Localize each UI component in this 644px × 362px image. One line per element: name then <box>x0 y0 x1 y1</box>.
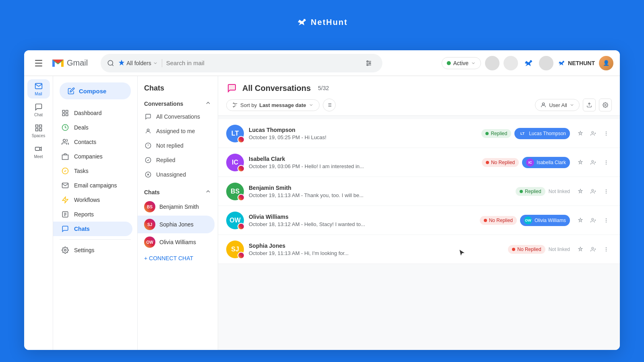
folder-filter-button[interactable]: All folders <box>118 60 157 66</box>
nav-item-chats[interactable]: Chats <box>53 222 132 236</box>
export-button[interactable] <box>583 99 596 111</box>
filter-options-button[interactable] <box>361 56 376 70</box>
svg-rect-13 <box>35 129 38 131</box>
compose-button[interactable]: Compose <box>60 82 131 99</box>
pencil-icon <box>68 87 75 95</box>
sophia-assign-button[interactable] <box>588 244 599 255</box>
isabella-instagram-badge <box>237 165 245 172</box>
contacts-icon <box>61 138 69 146</box>
conv-filter-unassigned[interactable]: Unassigned <box>138 167 215 182</box>
svg-point-9 <box>563 61 564 62</box>
connect-chat-button[interactable]: + CONNECT CHAT <box>138 251 218 265</box>
conv-row-isabella[interactable]: IC Isabella Clark October 19, 03:06 PM -… <box>218 148 620 177</box>
lucas-more-button[interactable] <box>601 128 612 139</box>
sidebar-item-spaces[interactable]: Spaces <box>27 121 50 140</box>
gmail-topbar: Gmail All folders <box>24 50 620 76</box>
conv-row-lucas[interactable]: LT Lucas Thompson October 19, 05:25 PM -… <box>218 119 620 148</box>
lucas-avatar-wrap: LT <box>226 125 244 142</box>
hamburger-button[interactable] <box>31 55 47 71</box>
sidebar-spaces-label: Spaces <box>32 134 45 138</box>
isabella-status-area: No Replied IC Isabella Clark <box>482 157 570 168</box>
toolbar-right: User All <box>535 99 612 111</box>
sort-by-label: Sort by <box>240 102 257 108</box>
benjamin-more-button[interactable] <box>601 186 612 197</box>
user-avatar-1[interactable] <box>485 56 500 70</box>
nav-item-contacts[interactable]: Contacts <box>53 135 132 149</box>
nav-item-settings[interactable]: Settings <box>53 243 132 257</box>
conv-row-olivia[interactable]: OW Olivia Williams October 18, 13:12 AM … <box>218 206 620 235</box>
isabella-pin-button[interactable] <box>575 157 586 168</box>
sidebar-item-meet[interactable]: Meet <box>27 142 50 161</box>
benjamin-status-label: Replied <box>525 189 541 194</box>
nav-item-email-campaigns[interactable]: Email campaigns <box>53 178 132 193</box>
chevron-up-icon <box>205 100 211 106</box>
more-icon <box>603 189 609 194</box>
svg-point-43 <box>592 131 594 133</box>
svg-point-28 <box>147 129 149 131</box>
settings-conv-icon <box>603 102 608 108</box>
nav-item-deals[interactable]: Deals <box>53 120 132 135</box>
benjamin-assign-button[interactable] <box>588 186 599 197</box>
isabella-assign-button[interactable] <box>588 157 599 168</box>
user-avatar-2[interactable] <box>504 56 518 70</box>
benjamin-pin-button[interactable] <box>575 186 586 197</box>
nav-item-reports[interactable]: Reports <box>53 207 132 222</box>
lucas-name: Lucas Thompson <box>249 127 477 133</box>
settings-conv-button[interactable] <box>599 99 612 111</box>
olivia-more-button[interactable] <box>601 215 612 226</box>
sidebar-item-chat[interactable]: Chat <box>27 100 50 119</box>
svg-point-60 <box>606 193 606 193</box>
sophia-pin-button[interactable] <box>575 244 586 255</box>
sort-button[interactable]: Sort by Last message date <box>226 99 320 111</box>
lucas-assign-button[interactable] <box>588 128 599 139</box>
assign-icon <box>590 189 596 194</box>
nav-item-tasks[interactable]: Tasks <box>53 164 132 178</box>
search-input[interactable] <box>166 60 358 66</box>
svg-point-42 <box>605 104 606 106</box>
conversations-collapse-button[interactable] <box>205 100 211 108</box>
conv-filter-all[interactable]: All Conversations <box>138 109 215 124</box>
svg-rect-15 <box>35 147 39 150</box>
sort-chevron-icon <box>309 103 314 107</box>
sort-order-icon <box>326 102 332 108</box>
chat-user-sophia[interactable]: SJ Sophia Jones <box>138 216 215 233</box>
sophia-conv-name: Sophia Jones <box>249 243 503 249</box>
profile-avatar[interactable]: 👤 <box>599 56 613 70</box>
conv-row-sophia[interactable]: SJ Sophia Jones October 19, 11:13 AM - H… <box>218 235 620 264</box>
chat-user-benjamin[interactable]: BS Benjamin Smith <box>138 198 218 216</box>
more-icon <box>603 247 609 252</box>
olivia-status-label: No Replied <box>489 218 513 223</box>
chats-collapse-button[interactable] <box>205 188 211 196</box>
chat-user-olivia[interactable]: OW Olivia Williams <box>138 233 218 251</box>
nav-item-companies[interactable]: Companies <box>53 149 132 164</box>
olivia-label: Olivia Williams <box>159 239 196 245</box>
isabella-more-button[interactable] <box>601 157 612 168</box>
conv-filter-replied[interactable]: Replied <box>138 153 215 167</box>
conv-filter-not-replied[interactable]: Not replied <box>138 138 215 153</box>
user-filter-button[interactable]: User All <box>535 99 580 111</box>
conv-filter-assigned[interactable]: Assigned to me <box>138 124 215 138</box>
nav-item-dashboard[interactable]: Dashboard <box>53 106 132 120</box>
lucas-info: Lucas Thompson October 19, 05:25 PM - Hi… <box>249 127 477 140</box>
chats-label: Chats <box>74 226 90 232</box>
nethunt-logo-text: NetHunt <box>311 18 348 27</box>
sort-order-button[interactable] <box>323 99 336 111</box>
olivia-avatar-wrap: OW <box>226 212 244 229</box>
conv-filter-replied-label: Replied <box>156 157 175 163</box>
olivia-pin-button[interactable] <box>575 215 586 226</box>
lucas-pin-button[interactable] <box>575 128 586 139</box>
olivia-assign-button[interactable] <box>588 215 599 226</box>
sidebar-item-mail[interactable]: Mail <box>27 79 50 99</box>
svg-point-7 <box>367 64 368 66</box>
nav-item-workflows[interactable]: Workflows <box>53 193 132 207</box>
active-status-button[interactable]: Active <box>442 57 481 69</box>
svg-point-46 <box>606 132 606 132</box>
pin-icon <box>118 60 125 66</box>
sophia-more-button[interactable] <box>601 244 612 255</box>
assign-icon <box>590 160 596 165</box>
sidebar-chat-label: Chat <box>34 113 43 117</box>
nethunt-brand-button[interactable]: NETHUNT <box>557 59 595 67</box>
user-avatar-3[interactable] <box>539 56 553 70</box>
benjamin-name: Benjamin Smith <box>249 185 511 191</box>
conv-row-benjamin[interactable]: BS Benjamin Smith October 19, 11:13 AM -… <box>218 177 620 206</box>
